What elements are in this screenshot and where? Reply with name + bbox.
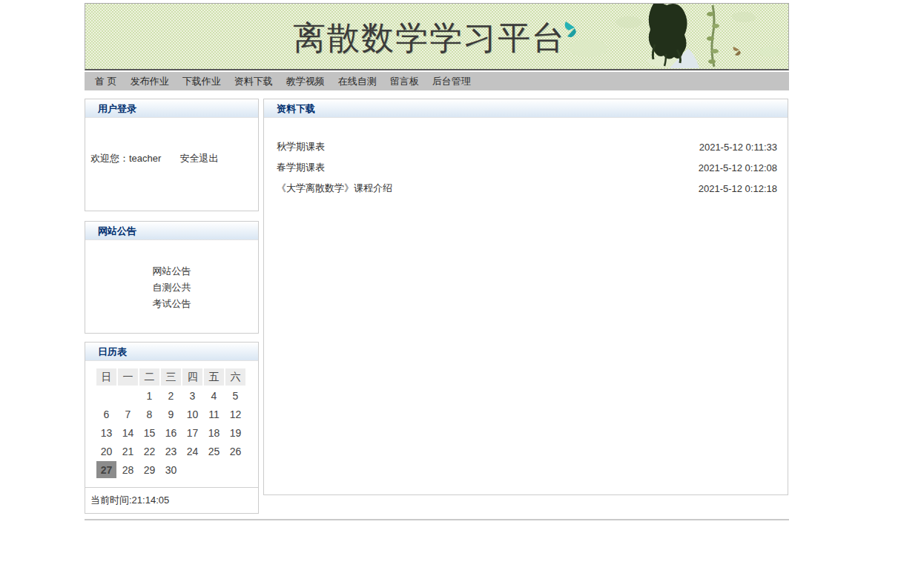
calendar-day[interactable]: 15 — [139, 424, 159, 441]
calendar-weekday: 一 — [118, 368, 138, 386]
login-panel-title: 用户登录 — [85, 99, 258, 118]
notice-list: 网站公告自测公共考试公告 — [85, 240, 258, 312]
calendar-day[interactable]: 26 — [225, 443, 245, 460]
welcome-text: 欢迎您：teacher — [90, 153, 161, 164]
calendar-day[interactable]: 5 — [225, 387, 245, 404]
banner: 离散数学学习平台 — [85, 3, 789, 70]
downloads-panel-title: 资料下载 — [264, 99, 788, 118]
calendar-day[interactable]: 22 — [139, 443, 159, 460]
download-date-2: 2021-5-12 0:12:18 — [699, 183, 777, 194]
site-title: 离散数学学习平台 — [293, 16, 566, 60]
notice-panel-title: 网站公告 — [85, 222, 258, 240]
main-nav: 首 页发布作业下载作业资料下载教学视频在线自测留言板后台管理 — [85, 72, 789, 90]
calendar-day[interactable]: 17 — [182, 424, 202, 441]
download-link-1[interactable]: 春学期课表 — [277, 161, 325, 174]
nav-item-7[interactable]: 后台管理 — [426, 75, 478, 88]
nav-item-2[interactable]: 下载作业 — [176, 75, 228, 88]
calendar-day[interactable]: 14 — [118, 424, 138, 441]
nav-item-3[interactable]: 资料下载 — [228, 75, 280, 88]
calendar-panel-title: 日历表 — [85, 343, 258, 361]
calendar-weekday: 二 — [139, 368, 159, 386]
calendar-day[interactable]: 18 — [204, 424, 224, 441]
calendar-day[interactable]: 9 — [161, 406, 181, 423]
nav-item-4[interactable]: 教学视频 — [280, 75, 331, 88]
banner-decoration-image — [558, 4, 788, 68]
calendar-weekday: 日 — [96, 368, 116, 386]
calendar-day[interactable]: 10 — [182, 406, 202, 423]
calendar-day[interactable]: 21 — [118, 443, 138, 460]
notice-item-1[interactable]: 自测公共 — [85, 279, 258, 296]
notice-panel: 网站公告 网站公告自测公共考试公告 — [85, 221, 259, 334]
calendar-weekday: 五 — [204, 368, 224, 386]
calendar-panel: 日历表 日一二三四五六12345678910111213141516171819… — [85, 342, 259, 514]
calendar-day-selected[interactable]: 27 — [96, 461, 116, 478]
calendar-empty-cell — [118, 387, 138, 404]
notice-item-2[interactable]: 考试公告 — [85, 296, 258, 312]
current-time: 当前时间:21:14:05 — [85, 487, 258, 513]
calendar-table: 日一二三四五六123456789101112131415161718192021… — [95, 367, 247, 480]
nav-item-6[interactable]: 留言板 — [383, 75, 426, 88]
calendar-day[interactable]: 20 — [96, 443, 116, 460]
calendar-day[interactable]: 3 — [182, 387, 202, 404]
calendar-day[interactable]: 24 — [182, 443, 202, 460]
calendar-day[interactable]: 7 — [118, 406, 138, 423]
nav-item-1[interactable]: 发布作业 — [124, 75, 176, 88]
calendar-day[interactable]: 8 — [139, 406, 159, 423]
calendar-weekday: 四 — [182, 368, 202, 386]
calendar-day[interactable]: 29 — [139, 461, 159, 478]
calendar-day[interactable]: 1 — [139, 387, 159, 404]
calendar-day[interactable]: 19 — [225, 424, 245, 441]
footer-divider — [85, 519, 789, 520]
page: 离散数学学习平台 — [85, 0, 789, 579]
calendar-day[interactable]: 16 — [161, 424, 181, 441]
download-row: 春学期课表2021-5-12 0:12:08 — [264, 157, 788, 178]
login-panel: 用户登录 欢迎您：teacher安全退出 — [85, 99, 259, 211]
calendar-empty-cell — [225, 461, 245, 478]
nav-item-0[interactable]: 首 页 — [88, 75, 124, 88]
calendar-day[interactable]: 11 — [204, 406, 224, 423]
calendar-day[interactable]: 4 — [204, 387, 224, 404]
calendar-empty-cell — [96, 387, 116, 404]
calendar-day[interactable]: 6 — [96, 406, 116, 423]
calendar-day[interactable]: 13 — [96, 424, 116, 441]
calendar-day[interactable]: 12 — [225, 406, 245, 423]
calendar-day[interactable]: 23 — [161, 443, 181, 460]
downloads-list: 秋学期课表2021-5-12 0:11:33春学期课表2021-5-12 0:1… — [264, 118, 788, 199]
calendar-empty-cell — [182, 461, 202, 478]
notice-item-0[interactable]: 网站公告 — [85, 263, 258, 279]
calendar-day[interactable]: 28 — [118, 461, 138, 478]
download-link-2[interactable]: 《大学离散数学》课程介绍 — [277, 182, 392, 195]
download-row: 《大学离散数学》课程介绍2021-5-12 0:12:18 — [264, 178, 788, 199]
logout-link[interactable]: 安全退出 — [179, 153, 218, 164]
downloads-panel: 资料下载 秋学期课表2021-5-12 0:11:33春学期课表2021-5-1… — [263, 99, 788, 495]
download-row: 秋学期课表2021-5-12 0:11:33 — [264, 136, 788, 157]
calendar-day[interactable]: 30 — [161, 461, 181, 478]
download-date-0: 2021-5-12 0:11:33 — [699, 142, 777, 153]
calendar-day[interactable]: 2 — [161, 387, 181, 404]
calendar-weekday: 六 — [225, 368, 245, 386]
download-link-0[interactable]: 秋学期课表 — [277, 140, 325, 153]
calendar-weekday: 三 — [161, 368, 181, 386]
download-date-1: 2021-5-12 0:12:08 — [699, 162, 777, 173]
nav-item-5[interactable]: 在线自测 — [331, 75, 383, 88]
login-status: 欢迎您：teacher安全退出 — [85, 118, 258, 165]
calendar-day[interactable]: 25 — [204, 443, 224, 460]
calendar-empty-cell — [204, 461, 224, 478]
